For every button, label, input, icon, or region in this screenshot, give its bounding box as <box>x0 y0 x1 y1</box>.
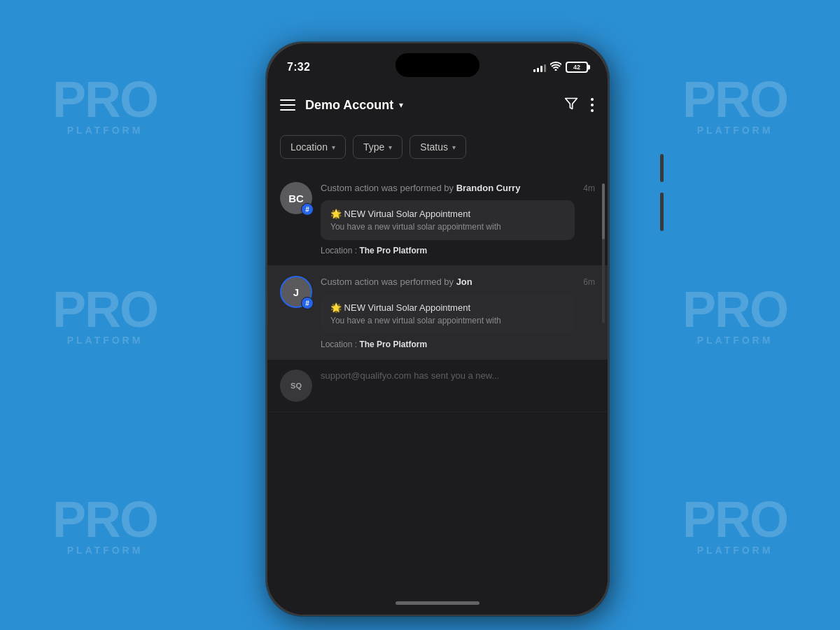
avatar-container-2: J # <box>280 276 312 308</box>
location-label-1: Location <box>321 246 352 255</box>
filter-button[interactable] <box>564 97 578 114</box>
header-left: Demo Account ▾ <box>280 98 403 113</box>
app-header: Demo Account ▾ <box>267 83 608 127</box>
home-indicator-area <box>267 591 608 615</box>
activity-meta-prefix-1: Custom action was performed by <box>321 183 456 193</box>
location-filter-chevron-icon: ▾ <box>332 144 335 151</box>
home-indicator <box>396 601 479 605</box>
avatar-container-3: SQ <box>280 370 312 402</box>
status-time: 7:32 <box>287 61 310 74</box>
more-dot-2 <box>591 104 594 106</box>
account-selector[interactable]: Demo Account ▾ <box>305 98 403 113</box>
avatar-badge-2: # <box>301 297 314 309</box>
activity-actor-2: Jon <box>456 276 472 287</box>
volume-down-button[interactable] <box>660 192 664 231</box>
signal-bars-icon <box>533 62 546 72</box>
header-right <box>564 97 594 114</box>
hamburger-line-3 <box>280 109 295 111</box>
phone-screen: 7:32 42 <box>267 43 608 615</box>
signal-bar-3 <box>540 66 542 72</box>
more-options-button[interactable] <box>591 98 594 112</box>
activity-body-2: Custom action was performed by Jon 🌟 NEW… <box>321 276 575 349</box>
more-dot-1 <box>591 98 594 101</box>
table-row[interactable]: BC # Custom action was performed by Bran… <box>267 172 608 266</box>
activity-card-1: 🌟 NEW Virtual Solar Appointment You have… <box>321 200 575 240</box>
filters-row: Location ▾ Type ▾ Status ▾ <box>267 127 608 167</box>
activity-location-2: Location : The Pro Platform <box>321 340 575 349</box>
wifi-icon <box>550 62 561 73</box>
location-value-2: The Pro Platform <box>359 340 427 349</box>
svg-marker-0 <box>566 98 578 108</box>
activity-actor-1: Brandon Curry <box>456 183 521 193</box>
activity-meta-2: Custom action was performed by Jon <box>321 276 575 288</box>
status-filter-label: Status <box>420 141 448 153</box>
activity-time-2: 6m <box>583 277 595 287</box>
location-filter-chip[interactable]: Location ▾ <box>280 135 346 159</box>
type-filter-chip[interactable]: Type ▾ <box>353 135 402 159</box>
type-filter-label: Type <box>363 141 384 153</box>
hamburger-line-1 <box>280 99 295 101</box>
scrollbar-thumb[interactable] <box>602 183 605 239</box>
card-title-2: 🌟 NEW Virtual Solar Appointment <box>330 302 565 313</box>
card-subtitle-1: You have a new virtual solar appointment… <box>330 222 565 232</box>
scrollbar-track[interactable] <box>602 183 605 323</box>
phone-frame: 7:32 42 <box>266 42 609 616</box>
signal-bar-1 <box>533 69 536 72</box>
activity-list[interactable]: BC # Custom action was performed by Bran… <box>267 167 608 615</box>
status-filter-chip[interactable]: Status ▾ <box>410 135 466 159</box>
status-filter-chevron-icon: ▾ <box>452 144 456 151</box>
table-row[interactable]: J # Custom action was performed by Jon 🌟… <box>267 266 608 360</box>
activity-partial-text: support@qualifyo.com has sent you a new.… <box>321 370 499 381</box>
card-subtitle-2: You have a new virtual solar appointment… <box>330 316 565 326</box>
avatar-container-1: BC # <box>280 182 312 214</box>
location-value-1: The Pro Platform <box>359 246 427 255</box>
hamburger-line-2 <box>280 104 295 106</box>
table-row[interactable]: SQ support@qualifyo.com has sent you a n… <box>267 360 608 412</box>
location-filter-label: Location <box>290 141 328 153</box>
activity-meta-3: support@qualifyo.com has sent you a new.… <box>321 370 595 382</box>
status-icons: 42 <box>533 62 588 73</box>
account-name: Demo Account <box>305 98 393 113</box>
chevron-down-icon: ▾ <box>399 100 403 110</box>
activity-meta-1: Custom action was performed by Brandon C… <box>321 182 575 195</box>
avatar-badge-1: # <box>301 203 314 216</box>
avatar: SQ <box>280 370 312 402</box>
more-dot-3 <box>591 109 594 112</box>
activity-meta-prefix-2: Custom action was performed by <box>321 276 456 287</box>
card-title-1: 🌟 NEW Virtual Solar Appointment <box>330 209 565 219</box>
volume-up-button[interactable] <box>660 154 664 182</box>
phone-device: 7:32 42 <box>266 42 658 616</box>
activity-location-1: Location : The Pro Platform <box>321 246 575 255</box>
activity-time-1: 4m <box>583 183 595 193</box>
battery-icon: 42 <box>566 62 588 73</box>
activity-card-2: 🌟 NEW Virtual Solar Appointment You have… <box>321 294 575 334</box>
activity-body-1: Custom action was performed by Brandon C… <box>321 182 575 255</box>
activity-body-3: support@qualifyo.com has sent you a new.… <box>321 370 595 388</box>
type-filter-chevron-icon: ▾ <box>388 144 392 151</box>
hamburger-menu-button[interactable] <box>280 99 295 111</box>
location-label-2: Location <box>321 340 352 349</box>
signal-bar-2 <box>537 68 539 72</box>
dynamic-island <box>396 53 479 77</box>
signal-bar-4 <box>544 64 546 72</box>
